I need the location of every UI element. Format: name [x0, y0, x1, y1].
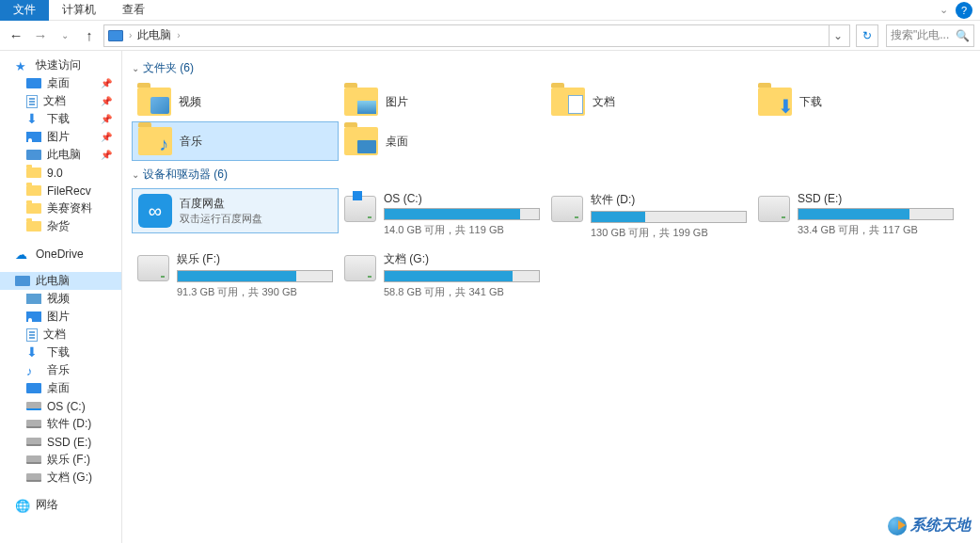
sidebar-label: 此电脑 [47, 147, 81, 163]
folder-icon: ♪ [138, 127, 172, 155]
drive-tile[interactable]: SSD (E:) 33.4 GB 可用，共 117 GB [752, 188, 959, 244]
sidebar-label: 图片 [47, 129, 70, 145]
sidebar-item[interactable]: 美赛资料 [0, 200, 121, 217]
pic-icon [26, 311, 41, 322]
sidebar-item[interactable]: 杂货 [0, 217, 121, 235]
group-folders-header[interactable]: ⌄ 文件夹 (6) [132, 60, 971, 76]
drive-tile[interactable]: 软件 (D:) 130 GB 可用，共 199 GB [545, 188, 752, 244]
desktop-icon [26, 383, 41, 393]
sidebar-item[interactable]: 9.0 [0, 164, 121, 182]
pic-icon [26, 132, 41, 142]
sidebar-label: 此电脑 [36, 273, 70, 289]
folder-label: 音乐 [180, 134, 202, 150]
sidebar-item[interactable]: 图片 [0, 308, 121, 326]
music-icon: ♪ [26, 364, 41, 377]
folder-icon: ⬇ [758, 88, 792, 116]
watermark-text: 系统天地 [910, 516, 971, 535]
sidebar-item[interactable]: FileRecv [0, 182, 121, 200]
sidebar-label: OS (C:) [47, 400, 86, 413]
drive-icon [758, 196, 790, 222]
sidebar-item[interactable]: 娱乐 (F:) [0, 451, 121, 469]
nav-recent-dropdown[interactable]: ⌄ [55, 25, 75, 46]
watermark-icon [888, 517, 907, 535]
sidebar-item[interactable]: 此电脑 📌 [0, 146, 121, 164]
folder-tile[interactable]: ♪ 音乐 [132, 121, 339, 161]
doc-icon [26, 328, 38, 342]
sidebar-item[interactable]: OS (C:) [0, 397, 121, 415]
drive-name: SSD (E:) [798, 192, 954, 205]
refresh-button[interactable]: ↻ [856, 24, 878, 47]
folder-tile[interactable]: ⬇ 下载 [752, 82, 959, 121]
sidebar-item[interactable]: 文档 (G:) [0, 469, 121, 487]
sidebar-item[interactable]: 文档 📌 [0, 92, 121, 110]
watermark: 系统天地 [888, 516, 971, 535]
ribbon-expand-icon[interactable]: ⌄ [940, 4, 948, 16]
sidebar-label: 视频 [47, 291, 70, 307]
pc-icon [15, 276, 30, 286]
sidebar-network[interactable]: 🌐 网络 [0, 496, 121, 514]
onedrive-icon: ☁ [15, 248, 30, 261]
this-pc-icon [108, 30, 123, 41]
baidu-icon: ∞ [138, 194, 172, 228]
drive-tile[interactable]: 娱乐 (F:) 91.3 GB 可用，共 390 GB [132, 248, 339, 303]
drive-icon [26, 420, 41, 428]
sidebar-item[interactable]: ⬇ 下载 [0, 343, 121, 361]
folder-tile[interactable]: 图片 [339, 82, 545, 121]
menu-view[interactable]: 查看 [109, 0, 158, 21]
drive-icon [551, 196, 583, 222]
sidebar-item[interactable]: ⬇ 下载 📌 [0, 110, 121, 128]
sidebar-item[interactable]: 文档 [0, 326, 121, 343]
folder-tile[interactable]: 视频 [132, 82, 339, 121]
drive-usage-bar [798, 208, 954, 220]
sidebar-onedrive[interactable]: ☁ OneDrive [0, 245, 121, 263]
nav-up-button[interactable]: ↑ [79, 25, 100, 46]
drive-tile[interactable]: OS (C:) 14.0 GB 可用，共 119 GB [339, 188, 545, 244]
breadcrumb-location[interactable]: 此电脑 [137, 27, 171, 43]
sidebar-label: SSD (E:) [47, 436, 91, 449]
sidebar-label: OneDrive [36, 248, 84, 261]
dl-icon: ⬇ [26, 346, 41, 359]
address-dropdown[interactable]: ⌄ [829, 25, 846, 46]
sidebar-this-pc[interactable]: 此电脑 [0, 272, 121, 290]
address-bar[interactable]: › 此电脑 › ⌄ [103, 24, 850, 47]
navigation-bar: ← → ⌄ ↑ › 此电脑 › ⌄ ↻ 搜索"此电... 🔍 [0, 21, 980, 51]
sidebar-label: 桌面 [47, 75, 70, 91]
folder-icon [344, 127, 378, 155]
menu-computer[interactable]: 计算机 [49, 0, 109, 21]
help-icon[interactable]: ? [956, 2, 972, 19]
drive-usage-bar [384, 270, 540, 282]
sidebar-item[interactable]: 桌面 [0, 379, 121, 397]
sidebar-item[interactable]: SSD (E:) [0, 433, 121, 451]
folder-tile[interactable]: 桌面 [339, 121, 545, 161]
sidebar-label: 9.0 [47, 167, 63, 180]
search-input[interactable]: 搜索"此电... 🔍 [886, 24, 974, 47]
menu-file[interactable]: 文件 [0, 0, 49, 21]
sidebar-item[interactable]: 视频 [0, 290, 121, 308]
drive-usage-bar [384, 208, 540, 220]
drive-icon [344, 255, 376, 281]
folder-tile[interactable]: 文档 [545, 82, 752, 121]
folder-icon [26, 168, 41, 178]
sidebar-label: 软件 (D:) [47, 416, 91, 432]
menubar: 文件 计算机 查看 ⌄ ? [0, 0, 980, 21]
sidebar-item[interactable]: 软件 (D:) [0, 415, 121, 433]
sidebar-label: 文档 (G:) [47, 470, 92, 486]
nav-back-button[interactable]: ← [6, 25, 26, 46]
baidu-name: 百度网盘 [180, 196, 262, 212]
video-icon [26, 294, 41, 304]
pin-icon: 📌 [101, 78, 112, 88]
drive-free-text: 14.0 GB 可用，共 119 GB [384, 223, 540, 237]
group-label: 设备和驱动器 (6) [143, 167, 228, 183]
group-devices-header[interactable]: ⌄ 设备和驱动器 (6) [132, 167, 971, 183]
baidu-tile[interactable]: ∞ 百度网盘 双击运行百度网盘 [132, 188, 339, 233]
nav-forward-button[interactable]: → [30, 25, 51, 46]
drive-tile[interactable]: 文档 (G:) 58.8 GB 可用，共 341 GB [339, 248, 545, 303]
group-label: 文件夹 (6) [143, 60, 194, 76]
sidebar-quick-access[interactable]: ★ 快速访问 [0, 56, 121, 74]
sidebar-item[interactable]: ♪ 音乐 [0, 361, 121, 379]
sidebar-item[interactable]: 桌面 📌 [0, 74, 121, 92]
drive-icon [137, 255, 169, 281]
sidebar-item[interactable]: 图片 📌 [0, 128, 121, 146]
drive-icon [344, 196, 376, 222]
baidu-sub: 双击运行百度网盘 [180, 212, 262, 226]
